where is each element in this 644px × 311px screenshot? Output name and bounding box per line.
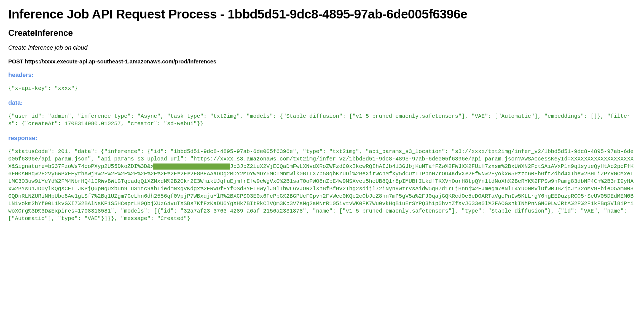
- headers-block: {"x-api-key": "xxxx"}: [8, 85, 636, 92]
- endpoint-line: POST https://xxxx.execute-api.ap-southea…: [8, 58, 636, 65]
- redaction-overlay: [153, 163, 230, 170]
- data-label: data:: [8, 99, 636, 106]
- page-title: Inference Job API Request Process - 1bbd…: [8, 7, 636, 22]
- response-block: {"statusCode": 201, "data": {"inference"…: [8, 148, 636, 222]
- headers-label: headers:: [8, 71, 636, 79]
- operation-heading: CreateInference: [8, 28, 636, 38]
- data-block: {"user_id": "admin", "inference_type": "…: [8, 112, 636, 127]
- response-label: response:: [8, 135, 636, 142]
- operation-subtitle: Create inference job on cloud: [8, 44, 636, 51]
